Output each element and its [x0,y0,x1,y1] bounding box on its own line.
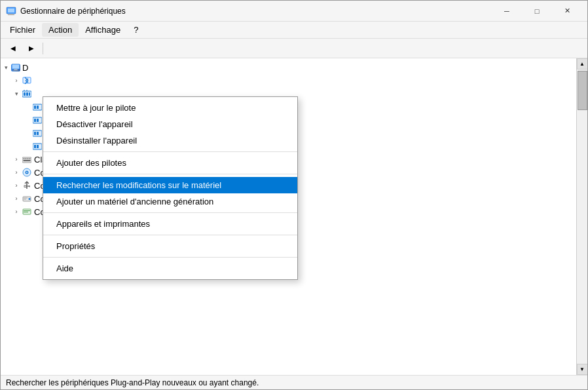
dropdown-item-help[interactable]: Aide [43,260,297,277]
action-dropdown-menu: Mettre à jour le pilote Désactiver l'app… [43,96,298,280]
svg-point-39 [26,172,28,173]
svg-rect-44 [24,198,28,199]
svg-rect-20 [34,106,36,109]
wan2-icon [32,128,43,138]
dropdown-item-uninstall-device[interactable]: Désinstaller l'appareil [43,132,297,149]
back-icon: ◀ [10,45,16,52]
dropdown-item-add-drivers[interactable]: Ajouter des pilotes [43,155,297,171]
forward-button[interactable]: ▶ [23,41,40,56]
expand-icon-net: ▾ [11,88,22,99]
computer-icon [11,64,20,71]
expand-icon-root: ▾ [1,62,11,73]
svg-rect-34 [28,159,29,160]
dropdown-item-printers[interactable]: Appareils et imprimantes [43,216,297,232]
storage-icon [22,193,32,204]
back-button[interactable]: ◀ [5,41,22,56]
bluetooth-icon [22,75,32,86]
svg-rect-3 [8,14,14,15]
svg-rect-15 [26,92,28,96]
svg-rect-6 [14,69,17,70]
scroll-down-button[interactable]: ▼ [577,364,588,375]
svg-rect-49 [24,212,28,212]
window-icon [6,6,16,16]
expand-icon-bt: › [11,75,22,86]
scroll-thumb[interactable] [578,71,587,110]
maximize-button[interactable]: □ [522,1,552,22]
svg-rect-1 [8,9,14,12]
main-content: ▾ D › [1,58,587,375]
usb-icon [22,180,32,191]
svg-rect-7 [13,70,19,71]
svg-rect-29 [34,145,36,148]
expand-placeholder [22,141,32,151]
menu-affichage[interactable]: Affichage [79,23,127,37]
tree-item-root[interactable]: ▾ D [1,61,576,74]
adapter1-icon [32,102,43,112]
expand-placeholder [22,102,32,112]
svg-rect-30 [37,145,39,148]
svg-rect-14 [24,92,26,96]
expand-icon-usb: › [11,180,22,191]
expand-icon-audio: › [11,167,22,178]
svg-rect-27 [37,132,39,135]
status-text: Rechercher les périphériques Plug-and-Pl… [6,378,259,387]
dropdown-separator-3 [43,212,297,213]
menu-aide[interactable]: ? [127,23,145,37]
keyboard-icon [22,154,32,165]
window-title: Gestionnaire de périphériques [20,7,492,16]
expand-icon-kb: › [11,154,22,165]
scroll-up-button[interactable]: ▲ [577,58,588,69]
svg-rect-32 [24,159,25,160]
ide-icon [22,206,32,217]
wan1-icon [32,115,43,125]
svg-rect-33 [26,159,27,160]
menu-action[interactable]: Action [42,23,79,37]
dropdown-item-properties[interactable]: Propriétés [43,238,297,254]
tree-label-root: D [22,63,28,73]
dropdown-separator-4 [43,235,297,235]
toolbar-separator [43,43,43,54]
scrollbar[interactable]: ▲ ▼ [576,58,587,375]
toolbar: ◀ ▶ [1,39,587,58]
dropdown-separator-1 [43,151,297,152]
svg-rect-45 [24,199,26,200]
svg-point-46 [29,198,31,200]
title-bar: Gestionnaire de périphériques ─ □ ✕ [1,1,587,22]
svg-rect-35 [29,159,31,160]
dropdown-item-add-legacy[interactable]: Ajouter un matériel d'ancienne génératio… [43,193,297,210]
svg-rect-36 [24,160,31,161]
svg-rect-24 [37,119,39,122]
dropdown-separator-2 [43,174,297,174]
dropdown-separator-5 [43,257,297,258]
close-button[interactable]: ✕ [552,1,582,22]
forward-icon: ▶ [29,45,34,52]
dropdown-item-scan-hardware[interactable]: Rechercher les modifications sur le maté… [43,177,297,193]
tree-item-bluetooth[interactable]: › [1,74,576,87]
minimize-button[interactable]: ─ [492,1,522,22]
svg-rect-23 [34,119,36,122]
svg-rect-16 [29,92,30,96]
network-adapter-icon [22,88,32,99]
menu-bar: Fichier Action Affichage ? [1,22,587,39]
expand-icon-storage: › [11,193,22,204]
window-controls: ─ □ ✕ [492,1,582,22]
dropdown-item-update-driver[interactable]: Mettre à jour le pilote [43,100,297,116]
dropdown-item-disable-device[interactable]: Désactiver l'appareil [43,116,297,132]
status-bar: Rechercher les périphériques Plug-and-Pl… [1,375,587,389]
main-window: Gestionnaire de périphériques ─ □ ✕ Fich… [0,0,588,390]
svg-rect-26 [34,132,36,135]
svg-rect-21 [37,106,39,109]
svg-rect-48 [24,210,30,211]
svg-rect-40 [24,185,26,187]
audio-icon [22,167,32,178]
wan3-icon [32,141,43,151]
expand-placeholder [22,128,32,138]
expand-icon-ide: › [11,206,22,217]
menu-fichier[interactable]: Fichier [3,23,42,37]
expand-placeholder [22,115,32,125]
svg-rect-5 [12,65,20,69]
